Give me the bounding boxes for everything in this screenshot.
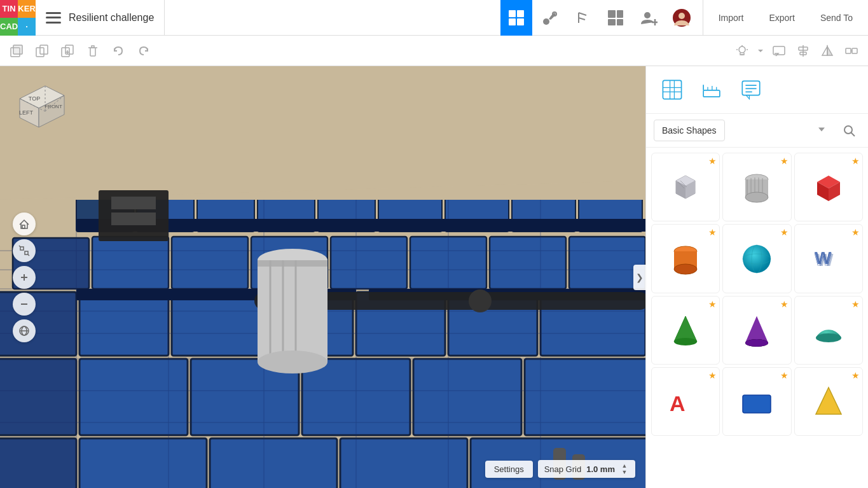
svg-marker-36 xyxy=(827,46,832,55)
svg-line-122 xyxy=(19,246,20,247)
svg-rect-53 xyxy=(172,237,248,289)
svg-rect-0 xyxy=(509,10,516,17)
right-toolbar xyxy=(731,39,863,62)
nav-add-person-btn[interactable] xyxy=(633,0,665,36)
home-nav-btn[interactable] xyxy=(13,213,36,235)
panel-grid-btn[interactable] xyxy=(656,74,688,106)
svg-marker-35 xyxy=(822,46,827,55)
snap-down-btn[interactable]: ▼ xyxy=(620,469,629,475)
settings-button[interactable]: Settings xyxy=(485,461,533,478)
shape-r2-img xyxy=(733,378,780,425)
svg-point-13 xyxy=(644,12,651,18)
view-cube[interactable]: TOP LEFT FRONT xyxy=(10,76,74,134)
shape-box[interactable]: ★ xyxy=(651,153,720,221)
svg-line-123 xyxy=(28,254,29,256)
svg-rect-103 xyxy=(258,260,327,267)
shape-r2[interactable]: ★ xyxy=(722,367,791,436)
svg-rect-1 xyxy=(517,10,524,17)
svg-text:FRONT: FRONT xyxy=(45,104,62,109)
nav-learn-btn[interactable] xyxy=(567,0,598,36)
shape-r3-img xyxy=(805,378,852,425)
svg-point-97 xyxy=(469,289,492,312)
logo-ker: KER xyxy=(18,0,36,18)
shape-pyramid[interactable]: ★ xyxy=(651,296,720,365)
sendto-button[interactable]: Send To xyxy=(810,8,863,28)
fit-nav-btn[interactable] xyxy=(13,239,36,262)
shape-sphere[interactable]: ★ xyxy=(722,224,791,293)
shape-category-select[interactable]: Basic Shapes Letters Connectors Greebles… xyxy=(654,120,725,141)
logo-cad: CAD xyxy=(0,18,18,36)
zoom-out-btn[interactable] xyxy=(13,293,36,316)
viewport[interactable]: TOP LEFT FRONT xyxy=(0,66,645,488)
panel-notes-btn[interactable] xyxy=(735,74,767,106)
snap-grid-label: Snap Grid xyxy=(544,464,582,474)
shape-cylinder[interactable]: ★ xyxy=(722,153,791,221)
group-btn[interactable] xyxy=(840,39,863,62)
hamburger-icon[interactable] xyxy=(46,12,61,24)
copy-btn[interactable] xyxy=(31,39,53,62)
undo-btn[interactable] xyxy=(107,39,130,62)
shape-r3[interactable]: ★ xyxy=(794,367,863,436)
shape-star: ★ xyxy=(780,227,789,237)
nav-workplane-btn[interactable] xyxy=(500,0,532,36)
flip-btn[interactable] xyxy=(816,39,839,62)
import-button[interactable]: Import xyxy=(708,8,754,28)
svg-rect-10 xyxy=(608,19,616,25)
shape-half-sphere-img xyxy=(805,307,852,354)
shape-cone[interactable]: ★ xyxy=(722,296,791,365)
shape-text3d[interactable]: ★ W W W xyxy=(794,224,863,293)
svg-line-8 xyxy=(579,18,585,20)
svg-rect-120 xyxy=(20,247,24,250)
shape-pyramid-img xyxy=(662,307,709,354)
nav-tinker-btn[interactable] xyxy=(534,0,565,36)
snap-arrows[interactable]: ▲ ▼ xyxy=(620,463,629,475)
snap-up-btn[interactable]: ▲ xyxy=(620,463,629,469)
zoom-in-btn[interactable] xyxy=(13,266,36,289)
svg-point-166 xyxy=(674,264,697,274)
svg-rect-19 xyxy=(13,45,22,54)
panel-collapse-btn[interactable]: ❯ xyxy=(633,265,646,290)
svg-rect-119 xyxy=(22,225,25,228)
align-btn[interactable] xyxy=(792,39,815,62)
shape-orange-cylinder[interactable]: ★ xyxy=(651,224,720,293)
comment-btn[interactable] xyxy=(768,39,790,62)
shape-half-sphere[interactable]: ★ xyxy=(794,296,863,365)
settings-bar: Settings Snap Grid 1.0 mm ▲ ▼ xyxy=(485,460,635,478)
light-dropdown-btn[interactable] xyxy=(755,39,766,62)
svg-rect-135 xyxy=(703,90,720,97)
perspective-btn[interactable] xyxy=(13,319,36,342)
svg-rect-9 xyxy=(608,10,616,18)
panel-ruler-btn[interactable] xyxy=(696,74,727,106)
logo[interactable]: TIN KER CAD · xyxy=(0,0,36,36)
light-btn[interactable] xyxy=(731,39,754,62)
nav-gallery-btn[interactable] xyxy=(600,0,631,36)
svg-text:TOP: TOP xyxy=(29,95,40,102)
box-tool-btn[interactable] xyxy=(5,39,28,62)
svg-point-167 xyxy=(743,245,771,273)
import-export-bar: Import Export Send To xyxy=(703,0,868,35)
svg-rect-55 xyxy=(331,237,407,289)
shape-r1[interactable]: ★ A xyxy=(651,367,720,436)
svg-text:W: W xyxy=(816,250,834,270)
logo-tin: TIN xyxy=(0,0,18,18)
delete-btn[interactable] xyxy=(81,39,104,62)
export-button[interactable]: Export xyxy=(759,8,804,28)
redo-btn[interactable] xyxy=(132,39,155,62)
shape-star: ★ xyxy=(780,370,789,380)
right-panel: Basic Shapes Letters Connectors Greebles… xyxy=(645,66,868,488)
svg-rect-61 xyxy=(172,292,261,356)
svg-rect-60 xyxy=(79,292,169,356)
svg-rect-130 xyxy=(663,80,681,99)
svg-text:LEFT: LEFT xyxy=(19,109,34,116)
svg-rect-74 xyxy=(210,438,337,488)
search-shapes-btn[interactable] xyxy=(837,119,860,142)
svg-rect-52 xyxy=(92,237,169,289)
svg-point-17 xyxy=(679,13,685,19)
nav-profile-btn[interactable] xyxy=(666,0,698,36)
svg-rect-183 xyxy=(743,395,771,413)
logo-dot: · xyxy=(18,18,36,36)
shape-red-cube[interactable]: ★ xyxy=(794,153,863,221)
duplicate-btn[interactable] xyxy=(56,39,79,62)
svg-point-180 xyxy=(745,339,768,347)
svg-rect-70 xyxy=(413,359,521,435)
